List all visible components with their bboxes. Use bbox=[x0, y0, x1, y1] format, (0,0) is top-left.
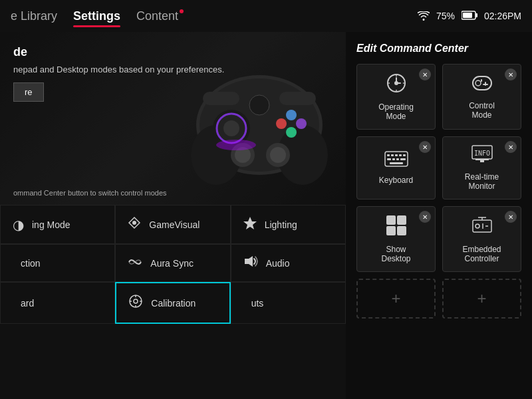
audio-icon bbox=[243, 255, 258, 271]
embedded-controller-card-icon bbox=[471, 215, 493, 241]
nav-settings[interactable]: Settings bbox=[73, 9, 120, 23]
svg-marker-24 bbox=[245, 256, 253, 267]
command-card-keyboard[interactable]: ✕ Keyboar bbox=[356, 136, 436, 200]
svg-point-10 bbox=[296, 118, 307, 129]
svg-text:INFO: INFO bbox=[474, 150, 490, 157]
operating-mode-card-label: OperatingMode bbox=[378, 102, 414, 121]
hero-title: de bbox=[13, 45, 224, 59]
svg-rect-43 bbox=[403, 154, 406, 156]
close-realtime-monitor-button[interactable]: ✕ bbox=[505, 141, 517, 153]
battery-icon bbox=[462, 11, 477, 22]
menu-item-cuts[interactable]: uts bbox=[231, 282, 346, 324]
hero-text: de nepad and Desktop modes based on your… bbox=[13, 45, 224, 102]
svg-rect-37 bbox=[481, 79, 482, 82]
realtime-monitor-card-icon: INFO bbox=[471, 145, 493, 168]
right-panel: Edit Command Center ✕ bbox=[346, 32, 532, 399]
nav-content[interactable]: Content bbox=[136, 9, 178, 23]
aura-sync-label: Aura Sync bbox=[150, 258, 194, 269]
close-keyboard-button[interactable]: ✕ bbox=[419, 141, 431, 153]
svg-point-11 bbox=[286, 127, 297, 138]
nav-library[interactable]: e Library bbox=[11, 9, 57, 23]
gaming-mode-label: ing Mode bbox=[32, 219, 70, 230]
add-right-icon: + bbox=[477, 289, 486, 308]
svg-point-32 bbox=[394, 81, 398, 85]
add-card-left[interactable]: + bbox=[356, 279, 436, 319]
left-panel: de nepad and Desktop modes based on your… bbox=[0, 32, 346, 399]
clock-display: 02:26PM bbox=[484, 11, 521, 21]
svg-rect-8 bbox=[279, 92, 316, 105]
svg-rect-56 bbox=[397, 226, 406, 235]
svg-rect-52 bbox=[480, 160, 484, 162]
add-left-icon: + bbox=[391, 289, 400, 308]
command-grid: ✕ OperatingMode ✕ bbox=[356, 64, 521, 272]
gamevisual-label: GameVisual bbox=[149, 219, 200, 230]
svg-rect-55 bbox=[386, 226, 396, 235]
svg-point-60 bbox=[475, 224, 479, 228]
status-bar: 75% 02:26PM bbox=[418, 11, 521, 22]
action-label: ction bbox=[21, 258, 41, 269]
add-card-right[interactable]: + bbox=[442, 279, 521, 319]
operating-mode-card-icon bbox=[386, 72, 407, 98]
menu-item-gaming-mode[interactable]: ◑ ing Mode bbox=[0, 205, 115, 244]
show-desktop-card-icon bbox=[386, 215, 407, 241]
edit-command-center-title: Edit Command Center bbox=[356, 43, 521, 55]
add-row: + + bbox=[356, 279, 521, 319]
menu-item-lighting[interactable]: Lighting bbox=[231, 205, 346, 244]
svg-rect-46 bbox=[396, 158, 399, 160]
command-card-show-desktop[interactable]: ✕ ShowDesktop bbox=[356, 206, 436, 272]
svg-rect-39 bbox=[387, 154, 390, 156]
topbar: e Library Settings Content 75% 02:26PM bbox=[0, 0, 532, 32]
command-card-control-mode[interactable]: ✕ ControlMode bbox=[442, 64, 521, 130]
wifi-icon bbox=[418, 11, 430, 21]
svg-point-20 bbox=[249, 95, 269, 115]
gaming-mode-icon: ◑ bbox=[13, 217, 24, 233]
close-show-desktop-button[interactable]: ✕ bbox=[419, 211, 431, 223]
svg-point-21 bbox=[216, 140, 256, 150]
battery-percentage: 75% bbox=[436, 11, 455, 21]
menu-item-action[interactable]: ction bbox=[0, 244, 115, 282]
cuts-label: uts bbox=[251, 298, 264, 309]
control-mode-card-label: ControlMode bbox=[469, 101, 495, 120]
content-dot-indicator bbox=[180, 9, 184, 13]
board-label: ard bbox=[21, 298, 34, 309]
keyboard-card-icon bbox=[384, 151, 408, 172]
close-operating-mode-button[interactable]: ✕ bbox=[419, 68, 431, 80]
svg-rect-40 bbox=[391, 154, 394, 156]
close-embedded-controller-button[interactable]: ✕ bbox=[505, 211, 517, 223]
menu-item-gamevisual[interactable]: GameVisual bbox=[115, 205, 230, 244]
lighting-label: Lighting bbox=[265, 219, 297, 230]
svg-rect-2 bbox=[475, 13, 477, 17]
nav-bar: e Library Settings Content bbox=[11, 9, 418, 23]
close-control-mode-button[interactable]: ✕ bbox=[505, 68, 517, 80]
svg-point-34 bbox=[475, 80, 481, 86]
calibration-icon bbox=[128, 294, 143, 312]
command-card-operating-mode[interactable]: ✕ OperatingMode bbox=[356, 64, 436, 130]
svg-rect-47 bbox=[400, 158, 406, 160]
hero-action-button[interactable]: re bbox=[13, 82, 44, 102]
main-content: de nepad and Desktop modes based on your… bbox=[0, 32, 532, 399]
svg-point-22 bbox=[132, 221, 136, 225]
svg-marker-23 bbox=[243, 217, 257, 229]
audio-label: Audio bbox=[266, 258, 290, 269]
svg-rect-1 bbox=[463, 13, 472, 18]
embedded-controller-card-label: EmbeddedController bbox=[462, 245, 501, 263]
svg-rect-42 bbox=[399, 154, 402, 156]
svg-rect-45 bbox=[392, 158, 395, 160]
menu-item-aura-sync[interactable]: Aura Sync bbox=[115, 244, 230, 282]
lighting-icon bbox=[243, 216, 257, 233]
svg-rect-53 bbox=[386, 215, 396, 225]
command-card-embedded-controller[interactable]: ✕ EmbeddedController bbox=[442, 206, 521, 272]
svg-rect-44 bbox=[387, 158, 391, 160]
realtime-monitor-card-label: Real-timeMonitor bbox=[465, 172, 499, 191]
command-card-realtime-monitor[interactable]: ✕ INFO Real-timeMonitor bbox=[442, 136, 521, 200]
hero-note: ommand Center button to switch control m… bbox=[13, 189, 167, 197]
menu-item-audio[interactable]: Audio bbox=[231, 244, 346, 282]
svg-rect-54 bbox=[397, 215, 406, 225]
menu-item-board[interactable]: ard bbox=[0, 282, 115, 324]
svg-rect-41 bbox=[395, 154, 398, 156]
gamevisual-icon bbox=[128, 216, 141, 233]
menu-item-calibration[interactable]: Calibration bbox=[115, 282, 230, 324]
svg-rect-36 bbox=[483, 84, 488, 85]
hero-subtitle: nepad and Desktop modes based on your pr… bbox=[13, 65, 224, 74]
hero-area: de nepad and Desktop modes based on your… bbox=[0, 32, 346, 205]
